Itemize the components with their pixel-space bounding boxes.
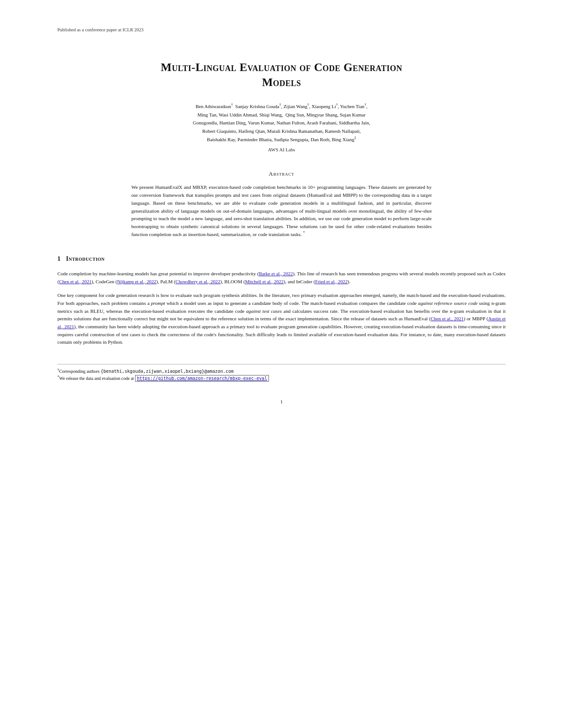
paper-title: Multi-Lingual Evaluation of Code Generat…: [57, 60, 506, 90]
abstract-section: Abstract We present HumanEvalX and MBXP,…: [132, 169, 432, 238]
ref-chen-2021[interactable]: Chen et al., 2021: [59, 279, 91, 284]
intro-section: 1 Introduction Code completion by machin…: [57, 254, 506, 346]
intro-heading: 1 Introduction: [57, 254, 506, 264]
ref-fried[interactable]: Fried et al., 2022: [315, 279, 348, 284]
ref-chowdhery[interactable]: Chowdhery et al., 2022: [176, 279, 220, 284]
footnote-release: *We release the data and evaluation code…: [57, 375, 506, 382]
repo-url[interactable]: https://github.com/amazon-research/mbxp-…: [137, 376, 267, 381]
author-line-2: Ming Tan, Wasi Uddin Ahmad, Shiqi Wang, …: [57, 111, 506, 119]
intro-paragraph-1: Code completion by machine-learning mode…: [57, 270, 506, 285]
page-number: 1: [57, 398, 506, 405]
authors-block: Ben Athiwaratkun† Sanjay Krishna Gouda†,…: [57, 102, 506, 143]
published-note: Published as a conference paper at ICLR …: [57, 26, 506, 34]
author-line-1: Ben Athiwaratkun† Sanjay Krishna Gouda†,…: [57, 102, 506, 111]
footnote-corresponding: †Corresponding authors {benathi,skgouda,…: [57, 368, 506, 375]
affiliation: AWS AI Labs: [57, 146, 506, 154]
ref-mitchell[interactable]: Mitchell et al., 2022: [245, 279, 283, 284]
author-line-5: Baishakhi Ray, Parminder Bhatia, Sudipta…: [57, 135, 506, 144]
ref-nijkamp[interactable]: Nijkamp et al., 2022: [117, 279, 156, 284]
title-authors-block: Multi-Lingual Evaluation of Code Generat…: [57, 60, 506, 154]
footnote-area: †Corresponding authors {benathi,skgouda,…: [57, 364, 506, 382]
abstract-label: Abstract: [132, 169, 432, 178]
author-line-3: Gonugondla, Hantian Ding, Varun Kumar, N…: [57, 119, 506, 127]
author-line-4: Robert Giaquinto, Haifeng Qian, Murali K…: [57, 127, 506, 135]
repo-link[interactable]: https://github.com/amazon-research/mbxp-…: [135, 375, 269, 382]
ref-chen-humaneval[interactable]: Chen et al., 2021: [431, 316, 464, 321]
intro-paragraph-2: One key component for code generation re…: [57, 292, 506, 346]
ref-barke[interactable]: Barke et al., 2022: [259, 271, 293, 276]
abstract-text: We present HumanEvalX and MBXP, executio…: [132, 184, 432, 238]
